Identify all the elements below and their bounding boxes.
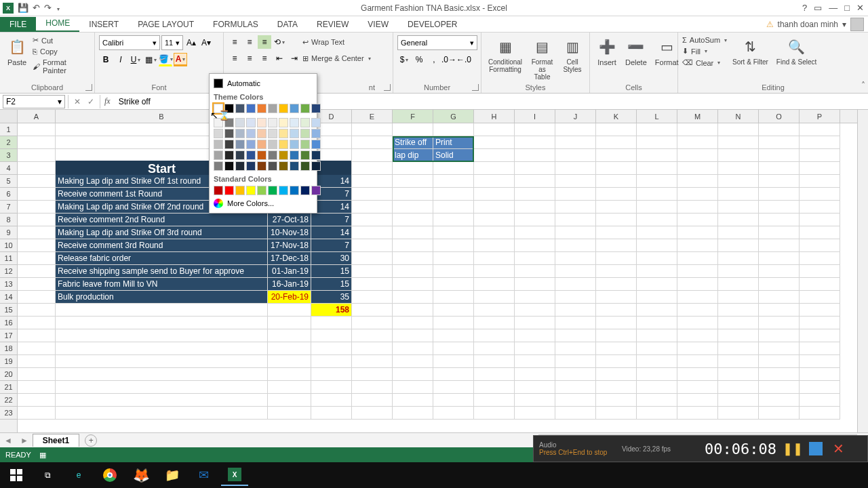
row-header-6[interactable]: 6 — [0, 188, 17, 201]
cell-D16[interactable] — [311, 317, 352, 329]
color-swatch[interactable] — [279, 140, 288, 149]
automatic-color-item[interactable]: Automatic — [212, 77, 314, 90]
table-row-days[interactable]: 35 — [311, 291, 352, 304]
developer-tab[interactable]: DEVELOPER — [398, 17, 467, 32]
cell-G1[interactable] — [433, 123, 474, 136]
column-header-E[interactable]: E — [352, 110, 393, 123]
color-swatch[interactable] — [300, 161, 310, 171]
cell-L3[interactable] — [637, 149, 677, 162]
ribbon-options-icon[interactable]: ▭ — [814, 3, 822, 13]
cell-O16[interactable] — [759, 317, 800, 329]
cell-E12[interactable] — [352, 265, 393, 278]
color-swatch[interactable] — [279, 104, 288, 113]
cell-O2[interactable] — [759, 136, 800, 149]
row-header-3[interactable]: 3 — [0, 149, 17, 162]
table-row-task[interactable]: Making Lap dip and Strike Off 3rd round — [56, 226, 268, 239]
row-header-17[interactable]: 17 — [0, 329, 17, 342]
cell-I3[interactable] — [515, 149, 555, 162]
color-swatch[interactable] — [224, 161, 234, 171]
cell-J6[interactable] — [555, 188, 596, 201]
cell-E20[interactable] — [352, 368, 393, 381]
cell-F23[interactable] — [393, 407, 433, 420]
column-header-O[interactable]: O — [759, 110, 800, 123]
cell-L6[interactable] — [637, 188, 677, 201]
cell-J11[interactable] — [555, 252, 596, 265]
cell-M17[interactable] — [677, 329, 718, 342]
cell-M3[interactable] — [677, 149, 718, 162]
cell-B22[interactable] — [56, 394, 268, 407]
color-swatch[interactable] — [246, 161, 256, 171]
cell-grid[interactable]: StartMaking Lap dip and Strike Off 1st r… — [18, 123, 868, 432]
table-row-days[interactable]: 7 — [311, 239, 352, 252]
cell-I4[interactable] — [515, 162, 555, 175]
cell-G4[interactable] — [433, 162, 474, 175]
cell-P15[interactable] — [800, 304, 840, 317]
column-header-P[interactable]: P — [800, 110, 840, 123]
cell-A20[interactable] — [18, 368, 56, 381]
color-swatch[interactable] — [311, 186, 321, 195]
column-header-N[interactable]: N — [718, 110, 759, 123]
color-swatch[interactable] — [257, 140, 267, 149]
sort-filter-button[interactable]: ⇅Sort & Filter — [730, 35, 771, 67]
cell-L20[interactable] — [637, 368, 677, 381]
cell-F12[interactable] — [393, 265, 433, 278]
cell-H13[interactable] — [474, 278, 515, 291]
color-swatch[interactable] — [290, 161, 299, 171]
cell-G2[interactable]: Print — [433, 136, 474, 149]
clear-button[interactable]: ⌫Clear — [682, 58, 727, 68]
color-swatch[interactable] — [257, 129, 267, 138]
cell-I21[interactable] — [515, 381, 555, 394]
cell-J12[interactable] — [555, 265, 596, 278]
cell-F13[interactable] — [393, 278, 433, 291]
color-swatch[interactable] — [311, 140, 321, 149]
rec-stop-button[interactable] — [809, 442, 823, 455]
cell-H6[interactable] — [474, 188, 515, 201]
cell-J9[interactable] — [555, 226, 596, 239]
cell-F18[interactable] — [393, 342, 433, 355]
decrease-indent-button[interactable]: ⇤ — [273, 52, 286, 65]
cell-M10[interactable] — [677, 239, 718, 252]
cell-C20[interactable] — [268, 368, 311, 381]
cell-C22[interactable] — [268, 394, 311, 407]
formulas-tab[interactable]: FORMULAS — [203, 17, 268, 32]
cell-A7[interactable] — [18, 201, 56, 214]
cell-P19[interactable] — [800, 355, 840, 368]
cell-G19[interactable] — [433, 355, 474, 368]
cell-M6[interactable] — [677, 188, 718, 201]
cell-F1[interactable] — [393, 123, 433, 136]
cell-P1[interactable] — [800, 123, 840, 136]
cell-E5[interactable] — [352, 175, 393, 188]
cell-J14[interactable] — [555, 291, 596, 304]
cell-A2[interactable] — [18, 136, 56, 149]
cell-L22[interactable] — [637, 394, 677, 407]
cell-M4[interactable] — [677, 162, 718, 175]
cell-F7[interactable] — [393, 201, 433, 214]
copy-button[interactable]: ⎘Copy — [33, 47, 90, 56]
row-header-8[interactable]: 8 — [0, 214, 17, 226]
cell-I16[interactable] — [515, 317, 555, 329]
fx-icon[interactable]: fx — [100, 96, 115, 106]
row-header-23[interactable]: 23 — [0, 407, 17, 420]
enter-formula-icon[interactable]: ✓ — [87, 97, 94, 106]
outlook-taskbar-icon[interactable]: ✉ — [190, 464, 217, 486]
color-swatch[interactable] — [224, 140, 234, 149]
table-row-days[interactable]: 7 — [311, 214, 352, 226]
cell-K1[interactable] — [596, 123, 637, 136]
cell-A4[interactable] — [18, 162, 56, 175]
color-swatch[interactable] — [268, 129, 277, 138]
cell-A18[interactable] — [18, 342, 56, 355]
font-size-combo[interactable]: 11▾ — [161, 35, 183, 50]
cell-H20[interactable] — [474, 368, 515, 381]
color-swatch[interactable] — [279, 150, 288, 160]
cell-P12[interactable] — [800, 265, 840, 278]
cell-G7[interactable] — [433, 201, 474, 214]
color-swatch[interactable] — [290, 186, 299, 195]
clipboard-launcher[interactable] — [85, 84, 92, 91]
color-swatch[interactable] — [257, 104, 267, 113]
find-select-button[interactable]: 🔍Find & Select — [774, 35, 819, 67]
row-header-13[interactable]: 13 — [0, 278, 17, 291]
cell-J10[interactable] — [555, 239, 596, 252]
row-header-18[interactable]: 18 — [0, 342, 17, 355]
cell-A8[interactable] — [18, 214, 56, 226]
cell-I14[interactable] — [515, 291, 555, 304]
